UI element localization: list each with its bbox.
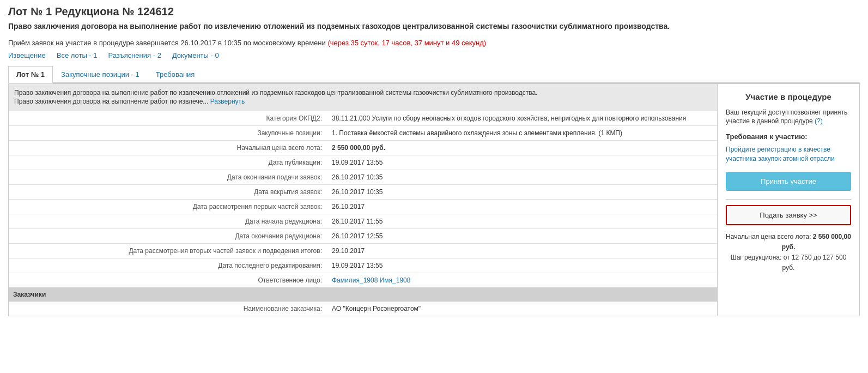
tab-positions[interactable]: Закупочные позиции - 1 [53, 66, 148, 82]
countdown-text: (через 35 суток, 17 часов, 37 минут и 49… [327, 39, 486, 47]
price-info-row: Начальная цена всего лота: 2 550 000,00 … [726, 232, 851, 252]
expand-link[interactable]: Развернуть [210, 98, 245, 105]
nav-links: Извещение Все лоты - 1 Разъяснения - 2 Д… [8, 51, 860, 59]
access-text: Ваш текущий доступ позволяет принять уча… [726, 108, 851, 127]
left-panel: Право заключения договора на выполнение … [9, 84, 718, 316]
table-row: Ответственное лицо: Фамилия_1908 Имя_190… [9, 273, 717, 288]
description-line1: Право заключения договора на выполнение … [14, 88, 712, 98]
table-row: Дата публикации: 19.09.2017 13:55 [9, 155, 717, 170]
tab-lot1[interactable]: Лот № 1 [8, 66, 53, 83]
accept-info: Приём заявок на участие в процедуре заве… [8, 39, 860, 47]
description-box: Право заключения договора на выполнение … [9, 84, 717, 112]
nav-link-notice[interactable]: Извещение [8, 51, 46, 59]
table-row: Закупочные позиции: 1. Поставка ёмкостей… [9, 126, 717, 141]
nav-link-lots[interactable]: Все лоты - 1 [57, 51, 98, 59]
responsible-link[interactable]: Фамилия_1908 Имя_1908 [332, 276, 410, 284]
table-row: Дата рассмотрения первых частей заявок: … [9, 200, 717, 214]
field-label-price: Начальная цена всего лота: [9, 141, 327, 155]
field-value-review2-date: 29.10.2017 [327, 244, 717, 258]
field-label-edit-date: Дата последнего редактирования: [9, 258, 327, 273]
table-row: Дата окончания редукциона: 26.10.2017 12… [9, 229, 717, 244]
step-value: от 12 750 до 127 500 руб. [782, 254, 847, 272]
tab-requirements[interactable]: Требования [148, 66, 203, 82]
table-row: Дата окончания подачи заявок: 26.10.2017… [9, 170, 717, 185]
requirements-link[interactable]: Пройдите регистрацию в качестве участник… [726, 145, 851, 164]
tabs-container: Лот № 1 Закупочные позиции - 1 Требовани… [8, 66, 860, 83]
participate-button[interactable]: Принять участие [726, 172, 851, 191]
customer-table: Наименование заказчика: АО "Концерн Росэ… [9, 302, 717, 316]
nav-link-documents[interactable]: Документы - 0 [172, 51, 219, 59]
table-row: Наименование заказчика: АО "Концерн Росэ… [9, 302, 717, 316]
field-value-positions: 1. Поставка ёмкостей системы аварийного … [327, 126, 717, 141]
customers-section-header: Заказчики [9, 287, 717, 302]
field-value-auction-start: 26.10.2017 11:55 [327, 214, 717, 229]
price-info: Начальная цена всего лота: 2 550 000,00 … [726, 232, 851, 274]
data-table: Категория ОКПД2: 38.11.21.000 Услуги по … [9, 111, 717, 287]
field-value-pub-date: 19.09.2017 13:55 [327, 155, 717, 170]
description-line2: Право заключения договора на выполнение … [14, 97, 712, 106]
right-panel-title: Участие в процедуре [726, 92, 851, 101]
table-row: Дата рассмотрения вторых частей заявок и… [9, 244, 717, 258]
field-value-responsible: Фамилия_1908 Имя_1908 [327, 273, 717, 288]
right-panel: Участие в процедуре Ваш текущий доступ п… [718, 84, 859, 316]
price-label: Начальная цена всего лота: [726, 233, 811, 240]
field-value-end-date: 26.10.2017 10:35 [327, 170, 717, 185]
main-content: Право заключения договора на выполнение … [8, 83, 860, 317]
page-subtitle: Право заключения договора на выполнение … [8, 21, 860, 32]
nav-link-clarifications[interactable]: Разъяснения - 2 [108, 51, 161, 59]
field-label-okpd2: Категория ОКПД2: [9, 111, 327, 126]
field-value-okpd2: 38.11.21.000 Услуги по сбору неопасных о… [327, 111, 717, 126]
page-container: Лот № 1 Редукциона № 124612 Право заключ… [0, 0, 868, 322]
field-value-price: 2 550 000,00 руб. [327, 141, 717, 155]
accept-text: Приём заявок на участие в процедуре заве… [8, 39, 326, 47]
access-help-link[interactable]: (?) [815, 117, 823, 125]
field-value-edit-date: 19.09.2017 13:55 [327, 258, 717, 273]
field-label-auction-end: Дата окончания редукциона: [9, 229, 327, 244]
table-row: Дата начала редукциона: 26.10.2017 11:55 [9, 214, 717, 229]
field-value-review1-date: 26.10.2017 [327, 200, 717, 214]
field-label-end-date: Дата окончания подачи заявок: [9, 170, 327, 185]
field-label-open-date: Дата вскрытия заявок: [9, 185, 327, 200]
table-row: Дата вскрытия заявок: 26.10.2017 10:35 [9, 185, 717, 200]
divider [726, 199, 851, 200]
table-row: Начальная цена всего лота: 2 550 000,00 … [9, 141, 717, 155]
customer-label: Наименование заказчика: [9, 302, 327, 316]
field-label-review2-date: Дата рассмотрения вторых частей заявок и… [9, 244, 327, 258]
field-label-review1-date: Дата рассмотрения первых частей заявок: [9, 200, 327, 214]
field-label-auction-start: Дата начала редукциона: [9, 214, 327, 229]
table-row: Категория ОКПД2: 38.11.21.000 Услуги по … [9, 111, 717, 126]
table-row: Дата последнего редактирования: 19.09.20… [9, 258, 717, 273]
submit-button[interactable]: Подать заявку >> [726, 205, 851, 225]
field-label-pub-date: Дата публикации: [9, 155, 327, 170]
requirements-label: Требования к участию: [726, 133, 851, 141]
step-info-row: Шаг редукциона: от 12 750 до 127 500 руб… [726, 252, 851, 273]
page-title: Лот № 1 Редукциона № 124612 [8, 5, 860, 18]
field-label-positions: Закупочные позиции: [9, 126, 327, 141]
customer-value: АО "Концерн Росэнергоатом" [327, 302, 717, 316]
field-label-responsible: Ответственное лицо: [9, 273, 327, 288]
step-label: Шаг редукциона: [731, 254, 782, 261]
field-value-open-date: 26.10.2017 10:35 [327, 185, 717, 200]
field-value-auction-end: 26.10.2017 12:55 [327, 229, 717, 244]
